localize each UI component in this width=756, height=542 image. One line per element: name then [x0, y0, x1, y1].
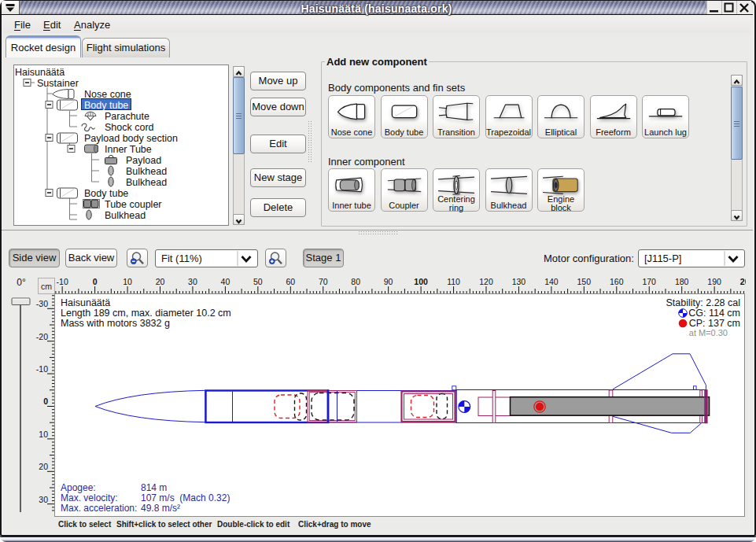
svg-text:20: 20: [156, 277, 165, 286]
svg-text:Stability: 2.28 cal: Stability: 2.28 cal: [666, 297, 741, 308]
svg-text:50: 50: [253, 277, 263, 286]
svg-text:Payload body section: Payload body section: [84, 133, 178, 144]
svg-text:10: 10: [39, 430, 48, 439]
svg-text:Apogee:: Apogee:: [61, 482, 96, 493]
svg-text:Mass with motors 3832 g: Mass with motors 3832 g: [61, 318, 170, 329]
svg-text:70: 70: [319, 277, 328, 286]
svg-text:Haisunäätä: Haisunäätä: [15, 67, 65, 78]
svg-text:90: 90: [384, 277, 393, 286]
svg-text:Body tube: Body tube: [84, 100, 128, 111]
svg-text:107 m/s (Mach 0.32): 107 m/s (Mach 0.32): [141, 492, 230, 503]
svg-text:160: 160: [610, 277, 624, 286]
svg-text:Haisunäätä: Haisunäätä: [61, 297, 110, 308]
svg-text:Inner Tube: Inner Tube: [105, 144, 152, 155]
svg-text:80: 80: [351, 277, 360, 286]
svg-text:Bulkhead: Bulkhead: [126, 166, 167, 177]
svg-text:20: 20: [39, 462, 48, 471]
svg-text:814 m: 814 m: [141, 482, 167, 493]
svg-text:120: 120: [479, 277, 493, 286]
svg-text:Body tube: Body tube: [84, 188, 128, 199]
svg-text:Shock cord: Shock cord: [105, 122, 154, 133]
svg-text:cm: cm: [41, 282, 52, 291]
svg-text:-20: -20: [36, 332, 48, 341]
svg-text:100: 100: [414, 277, 428, 286]
svg-text:0: 0: [43, 396, 48, 406]
svg-text:130: 130: [512, 277, 526, 286]
svg-text:180: 180: [675, 277, 689, 286]
svg-text:Parachute: Parachute: [105, 111, 149, 122]
svg-text:190: 190: [707, 277, 721, 286]
svg-text:Nose cone: Nose cone: [84, 89, 131, 100]
svg-text:Payload: Payload: [126, 155, 161, 166]
svg-text:Bulkhead: Bulkhead: [126, 177, 167, 188]
svg-text:Max. velocity:: Max. velocity:: [61, 492, 118, 503]
svg-text:Max. acceleration:: Max. acceleration:: [61, 503, 137, 514]
svg-text:40: 40: [221, 277, 230, 286]
svg-text:-10: -10: [36, 364, 48, 374]
svg-text:200: 200: [740, 277, 746, 286]
svg-text:Sustainer: Sustainer: [37, 78, 79, 89]
svg-text:at M=0.30: at M=0.30: [689, 328, 728, 337]
svg-text:10: 10: [123, 277, 132, 286]
svg-text:60: 60: [286, 277, 295, 286]
svg-text:Tube coupler: Tube coupler: [105, 199, 162, 210]
svg-text:CG: 114 cm: CG: 114 cm: [688, 308, 740, 319]
svg-text:Bulkhead: Bulkhead: [105, 210, 146, 221]
svg-text:140: 140: [544, 277, 559, 286]
svg-text:170: 170: [642, 277, 656, 286]
svg-text:Length 189 cm, max. diameter 1: Length 189 cm, max. diameter 10.2 cm: [61, 308, 231, 319]
svg-text:0: 0: [93, 277, 98, 286]
svg-text:110: 110: [447, 277, 460, 286]
svg-text:-30: -30: [36, 299, 48, 308]
svg-text:30: 30: [39, 495, 48, 504]
svg-text:30: 30: [188, 277, 197, 286]
svg-text:CP: 137 cm: CP: 137 cm: [689, 318, 740, 329]
svg-text:150: 150: [577, 277, 592, 286]
svg-text:-10: -10: [57, 277, 68, 286]
svg-text:49.8 m/s²: 49.8 m/s²: [141, 503, 180, 514]
